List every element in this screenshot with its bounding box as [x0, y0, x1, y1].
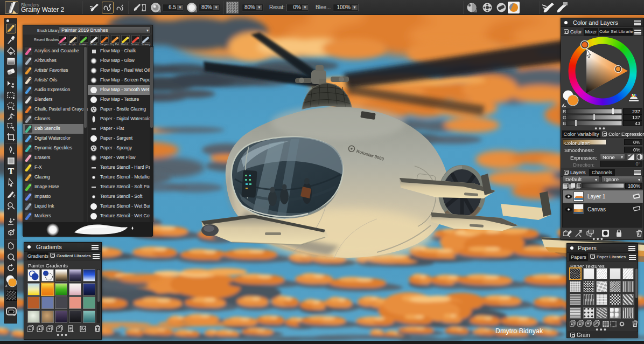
svg-text:R: R: [563, 109, 566, 114]
svg-text:B: B: [563, 121, 566, 126]
svg-text:G: G: [563, 115, 566, 120]
svg-text:Dmytro Bidnyak: Dmytro Bidnyak: [495, 327, 543, 335]
